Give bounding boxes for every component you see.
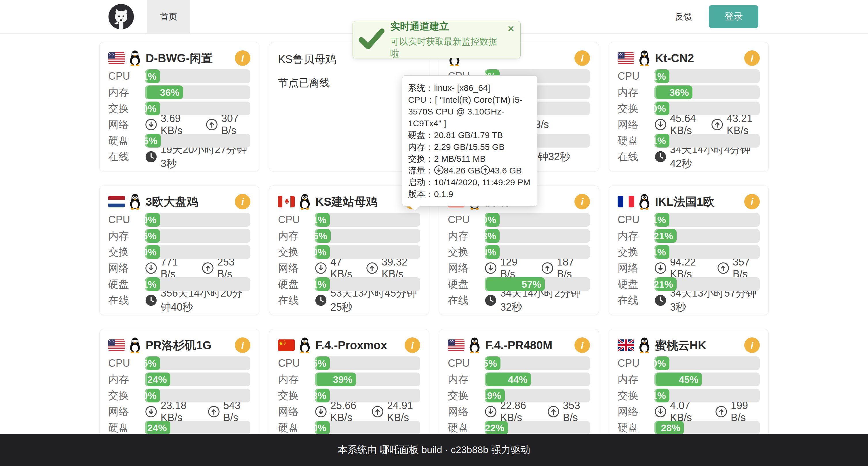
progress-fill: 0% <box>145 213 160 227</box>
info-icon[interactable]: i <box>575 51 590 66</box>
linux-tux-icon <box>128 194 142 210</box>
progress-label: 15% <box>308 230 331 242</box>
stat-row-network: 网络 23.18 KB/s 543 B/s <box>108 405 250 419</box>
tooltip-line: 版本：0.1.9 <box>408 188 531 200</box>
close-icon[interactable]: ✕ <box>507 25 515 33</box>
logo-avatar[interactable] <box>108 3 134 30</box>
info-icon[interactable]: i <box>405 337 420 353</box>
progress-label: 15% <box>477 358 500 369</box>
network-value: 771 B/s 253 B/s <box>145 256 250 280</box>
info-icon[interactable]: i <box>235 194 250 209</box>
progress-fill: 24% <box>145 421 170 435</box>
progress-label: 10% <box>307 422 330 433</box>
net-down-value: 47 KB/s <box>331 256 358 280</box>
progress-fill: 44% <box>485 372 531 386</box>
stat-row-memory: 内存 45% <box>618 372 760 386</box>
net-down-value: 129 B/s <box>500 256 533 280</box>
memory-label: 内存 <box>448 229 485 243</box>
net-up-value: 307 B/s <box>221 112 250 137</box>
progress-fill: 0% <box>145 245 160 259</box>
stat-row-cpu: CPU 0% <box>618 357 760 370</box>
progress-track: 0% <box>654 357 760 370</box>
card-body: CPU 1% 内存 15% 交换 0% 网络 <box>278 213 420 307</box>
progress-label: 5% <box>143 358 160 369</box>
tooltip-line: CPU：[ "Intel(R) Core(TM) i5-3570S CPU @ … <box>408 94 531 129</box>
login-button[interactable]: 登录 <box>709 5 758 28</box>
disk-label: 硬盘 <box>448 277 485 291</box>
card-header: F.4.-Proxmox i <box>278 336 420 355</box>
info-icon[interactable]: i <box>744 194 760 209</box>
cpu-label: CPU <box>618 357 654 369</box>
progress-track: 21% <box>654 277 760 291</box>
panel-link[interactable]: 哪吒面板 <box>380 444 419 455</box>
clock-icon <box>145 294 157 306</box>
progress-fill: 1% <box>654 213 670 227</box>
server-title: D-BWG-闲置 <box>146 51 235 66</box>
progress-track: 1% <box>315 213 420 227</box>
feedback-link[interactable]: 反馈 <box>675 11 692 23</box>
progress-label: 0% <box>312 246 330 258</box>
stat-row-disk: 硬盘 11% <box>618 134 760 147</box>
progress-track: 22% <box>485 421 590 435</box>
progress-track: 0% <box>145 213 250 227</box>
network-label: 网络 <box>618 261 654 275</box>
progress-fill: 24% <box>145 372 170 386</box>
progress-label: 0% <box>482 214 500 226</box>
arrow-down-circle-icon <box>434 165 444 175</box>
uptime-label: 在线 <box>618 293 654 307</box>
memory-label: 内存 <box>278 372 315 387</box>
progress-label: 1% <box>312 279 330 290</box>
progress-fill: NaN% <box>485 245 500 259</box>
tab-home[interactable]: 首页 <box>147 0 190 33</box>
info-icon[interactable]: i <box>744 337 760 353</box>
server-title: Kt-CN2 <box>655 52 744 65</box>
progress-fill: 11% <box>654 134 670 147</box>
progress-label: 36% <box>160 87 183 98</box>
tooltip-line: 系统：linux- [x86_64] <box>408 82 531 94</box>
stat-row-swap: 交换 NaN% <box>448 245 590 259</box>
stat-row-cpu: CPU 0% <box>108 213 250 227</box>
server-title: F.4.-PR480M <box>485 339 575 352</box>
progress-label: 57% <box>522 279 545 290</box>
server-tooltip: 系统：linux- [x86_64]CPU：[ "Intel(R) Core(T… <box>402 75 537 206</box>
cpu-label: CPU <box>108 70 145 82</box>
progress-track: 0% <box>145 102 250 115</box>
arrow-up-circle-icon <box>717 262 729 274</box>
info-icon[interactable]: i <box>744 51 760 66</box>
info-icon[interactable]: i <box>235 51 250 66</box>
net-down-value: 25.66 KB/s <box>331 400 364 424</box>
stat-row-cpu: CPU 15% <box>448 357 590 370</box>
cpu-label: CPU <box>108 214 145 226</box>
card-header: KS建站母鸡 i <box>278 192 420 211</box>
linux-tux-icon <box>638 337 651 353</box>
stat-row-cpu: CPU 5% <box>108 357 250 370</box>
net-down-value: 23.18 KB/s <box>161 400 200 424</box>
progress-label: 8% <box>312 390 330 401</box>
network-value: 3.69 KB/s 307 B/s <box>145 112 250 137</box>
network-value: 129 B/s 187 B/s <box>485 256 590 280</box>
progress-fill: 10% <box>315 421 330 435</box>
progress-track: 0% <box>145 245 250 259</box>
footer-build: build · c23b88b <box>419 444 491 455</box>
progress-label: 21% <box>654 279 677 290</box>
network-label: 网络 <box>448 261 485 275</box>
tooltip-line: 内存：2.29 GB/15.55 GB <box>408 141 531 153</box>
progress-fill: 1% <box>145 69 160 83</box>
progress-track: 28% <box>654 421 760 435</box>
progress-label: 36% <box>670 87 692 98</box>
progress-label: 1% <box>312 214 330 226</box>
progress-label: 6% <box>143 230 160 242</box>
progress-track: 15% <box>145 134 250 147</box>
progress-label: 24% <box>147 422 170 433</box>
arrow-up-circle-icon <box>715 406 727 418</box>
info-icon[interactable]: i <box>235 337 250 353</box>
progress-track: 0% <box>145 389 250 402</box>
arrow-down-circle-icon <box>654 406 666 418</box>
net-up-value: 543 B/s <box>223 400 250 424</box>
disk-label: 硬盘 <box>108 277 145 291</box>
info-icon[interactable]: i <box>575 194 590 209</box>
progress-label: 3% <box>482 230 500 242</box>
uptime-label: 在线 <box>108 293 145 307</box>
stat-row-swap: 交换 0% <box>108 389 250 402</box>
info-icon[interactable]: i <box>575 337 590 353</box>
